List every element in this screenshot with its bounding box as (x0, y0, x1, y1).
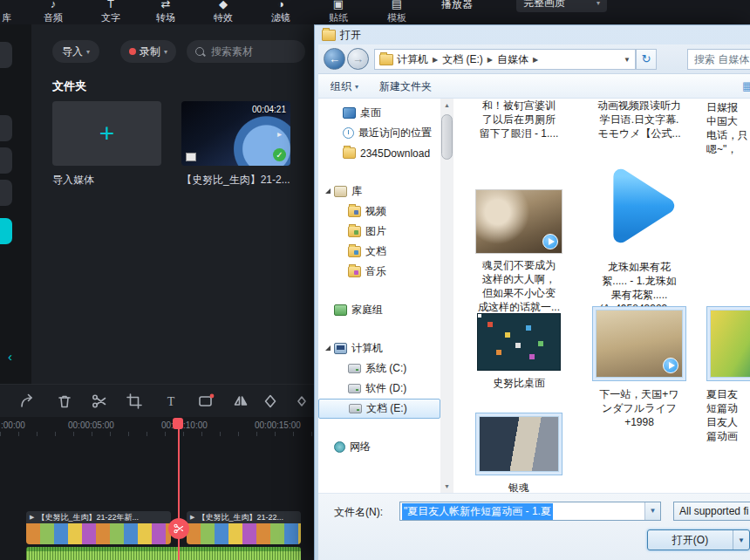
tree-item-computer[interactable]: 计算机 (318, 338, 440, 359)
file-item-video[interactable]: 龙珠如果有花 絮..... - 1.龙珠如 果有花絮..... (Av49584… (578, 158, 700, 316)
tab-transition[interactable]: ⇄转场 (141, 0, 190, 24)
video-thumbnail (710, 310, 750, 378)
tree-item-drive-e-selected[interactable]: 文档 (E:) (318, 399, 440, 419)
forward-button[interactable]: → (347, 48, 369, 70)
libraries-icon (334, 186, 347, 197)
keyframe-button[interactable] (262, 393, 279, 410)
mask-button[interactable] (197, 393, 215, 410)
open-dropdown-icon[interactable]: ▼ (733, 536, 749, 544)
tab-filter[interactable]: ◑滤镜 (256, 0, 305, 24)
file-caption: 下一站，天国+ワ ンダフルライフ +1998 (578, 387, 700, 429)
filename-combobox[interactable]: "夏目友人帐新作短篇动画 - 1.夏 ▼ (399, 502, 661, 521)
tab-audio[interactable]: ♪音频 (29, 0, 78, 24)
import-button[interactable]: 导入▾ (52, 40, 99, 63)
crop-button[interactable] (126, 393, 143, 410)
back-button[interactable]: ← (324, 48, 345, 70)
filename-value: "夏目友人帐新作短篇动画 - 1.夏 (402, 503, 553, 520)
svg-text:T: T (167, 395, 175, 408)
scroll-up-icon[interactable]: ▲ (440, 99, 453, 112)
breadcrumb-computer[interactable]: 计算机 (397, 52, 428, 67)
sidebar-item[interactable] (0, 147, 12, 174)
tree-item-videos[interactable]: 视频 (318, 201, 440, 222)
video-media-tile[interactable]: 00:04:21 ▸ ✓ (181, 101, 290, 166)
dialog-search-input[interactable] (692, 52, 750, 66)
music-library-icon (348, 266, 361, 277)
tree-item-drive-c[interactable]: 系统 (C:) (318, 359, 440, 379)
file-item[interactable]: 和！被钉宫婆训 了以后在男厕所 留下了眼泪 - 1.... (460, 99, 577, 140)
recent-places-icon (343, 127, 354, 139)
tree-item-drive-d[interactable]: 软件 (D:) (318, 379, 440, 399)
video-clip-1[interactable]: ▶【史努比_生肉】21-22年新... (26, 511, 171, 544)
text-tool-button[interactable]: T (162, 393, 180, 410)
film-strip-icon (186, 153, 196, 161)
video-clip-2[interactable]: ▶【史努比_生肉】21-22... (187, 511, 301, 544)
quality-dropdown[interactable]: 完整画质▾ (516, 0, 607, 12)
tree-item-music[interactable]: 音乐 (318, 262, 440, 282)
media-panel: 导入▾ 录制▾ 文件夹 + 导入媒体 00:04:21 ▸ ✓ 【史努比_生肉】… (31, 24, 314, 384)
scrollbar-thumb[interactable] (441, 114, 453, 160)
expander-icon[interactable] (324, 344, 333, 353)
file-item-video-selected[interactable]: 夏目友 短篇动 目友人 篇动画 (706, 306, 750, 443)
material-search-input[interactable] (209, 44, 291, 58)
material-search-box[interactable] (187, 40, 305, 63)
file-item-video[interactable]: 魂灵们不要成为 这样的大人啊， 但如果不小心变 成这样的话就一... (460, 189, 577, 314)
audio-track-waveform[interactable] (26, 547, 301, 560)
combo-dropdown-icon[interactable]: ▼ (644, 502, 660, 520)
refresh-button[interactable]: ↻ (636, 49, 657, 70)
split-button[interactable] (91, 393, 108, 410)
video-play-icon (591, 158, 687, 254)
dialog-title-bar[interactable]: 打开 (315, 25, 750, 44)
file-item-image[interactable]: 史努比桌面 (460, 313, 577, 390)
tree-item-pictures[interactable]: 图片 (318, 222, 440, 242)
tree-item-homegroup[interactable]: 家庭组 (318, 300, 440, 320)
open-button[interactable]: 打开(O) ▼ (647, 529, 750, 550)
record-dot-icon (129, 48, 136, 55)
cut-at-playhead-button[interactable] (168, 518, 189, 539)
file-item-video-selected[interactable]: 下一站，天国+ワ ンダフルライフ +1998 (578, 306, 700, 429)
tab-template[interactable]: ▤模板 (372, 0, 421, 24)
collapse-panel-chevron-icon[interactable]: ‹ (8, 349, 12, 364)
file-item[interactable]: 日媒报 中国大 电话，只 嗯~"， (706, 100, 750, 156)
sidebar-item[interactable] (0, 180, 12, 206)
tab-effects[interactable]: ◆特效 (199, 0, 248, 24)
file-caption: 魂灵们不要成为 这样的大人啊， 但如果不小心变 成这样的话就一... (460, 258, 577, 314)
app-root: 库 ♪音频 T文字 ⇄转场 ◆特效 ◑滤镜 ▣贴纸 ▤模板 播放器 完整画质▾ … (0, 0, 750, 560)
import-media-tile[interactable]: + (52, 101, 161, 166)
tab-sticker[interactable]: ▣贴纸 (314, 0, 363, 24)
breadcrumb-zimeiti[interactable]: 自媒体 (497, 52, 528, 67)
tree-item-libraries[interactable]: 库 (318, 181, 440, 201)
tab-library-label[interactable]: 库 (2, 11, 11, 24)
record-button[interactable]: 录制▾ (120, 40, 176, 63)
expander-icon[interactable] (324, 187, 333, 196)
address-dropdown-icon[interactable]: ▼ (624, 56, 631, 64)
delete-button[interactable] (56, 393, 73, 410)
animation-button[interactable] (293, 393, 310, 410)
organize-button[interactable]: 组织▾ (331, 79, 358, 94)
views-icon[interactable]: ▦ (742, 79, 750, 92)
sidebar-item-active[interactable] (0, 218, 12, 244)
new-folder-button[interactable]: 新建文件夹 (379, 79, 432, 94)
tab-text[interactable]: T文字 (86, 0, 135, 24)
tree-item-desktop[interactable]: 桌面 (318, 103, 440, 123)
breadcrumb-drive-e[interactable]: 文档 (E:) (442, 52, 483, 67)
file-item-image-selected[interactable]: 银魂 (460, 413, 577, 495)
sidebar-item[interactable] (0, 42, 12, 68)
sidebar-item[interactable] (0, 115, 12, 141)
tree-item-documents[interactable]: 文档 (318, 242, 440, 262)
scroll-down-icon[interactable]: ▼ (440, 480, 453, 493)
scissors-icon (173, 522, 185, 535)
filename-label: 文件名(N): (334, 505, 383, 520)
selection-frame (706, 306, 750, 381)
filetype-combobox[interactable]: All supported fi (673, 502, 750, 521)
mirror-button[interactable] (232, 393, 249, 410)
file-item[interactable]: 动画视频跟读听力 学日语.日文字幕. モモウメ【公式... (578, 99, 700, 140)
tree-item-recent-places[interactable]: 最近访问的位置 (318, 123, 440, 143)
tree-item-2345download[interactable]: 2345Download (318, 143, 440, 163)
tree-scrollbar[interactable]: ▲ ▼ (440, 99, 453, 493)
breadcrumb[interactable]: 计算机 ▶ 文档 (E:) ▶ 自媒体 ▶ ▼ (374, 49, 636, 70)
playhead-handle[interactable] (173, 418, 183, 429)
play-badge-icon (542, 234, 558, 249)
tree-item-network[interactable]: 网络 (318, 437, 440, 457)
redo-button[interactable] (19, 393, 37, 410)
dialog-search-box[interactable] (687, 49, 750, 70)
